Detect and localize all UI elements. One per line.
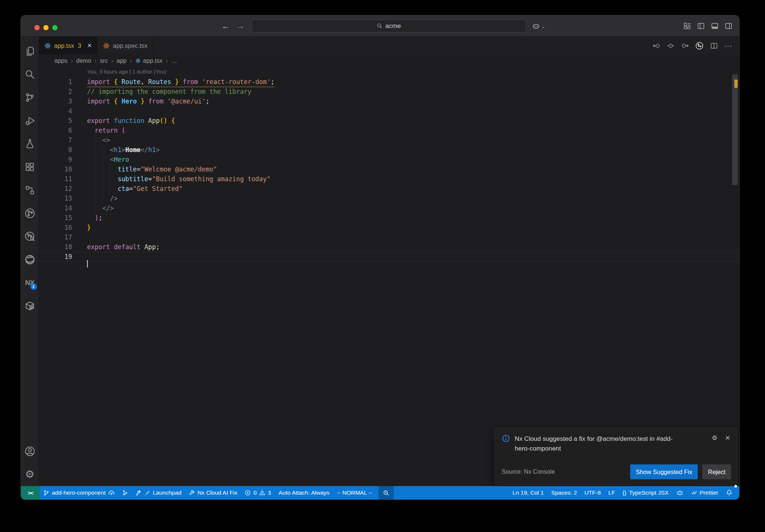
account-icon[interactable] [21, 440, 39, 463]
remote-indicator[interactable]: >< [21, 486, 40, 499]
line-number[interactable]: 3 [39, 96, 72, 106]
editor-scrollbar[interactable] [732, 74, 738, 185]
edge-devtools-icon[interactable] [21, 248, 39, 271]
auto-attach-item[interactable]: Auto Attach: Always [275, 486, 333, 499]
code-line[interactable]: 8 <h1>Home</h1> [39, 145, 739, 155]
line-number[interactable]: 10 [39, 164, 72, 174]
code-line[interactable]: 11 subtitle="Build something amazing tod… [39, 174, 739, 184]
code-line[interactable]: 16} [39, 223, 739, 232]
cursor-position-item[interactable]: Ln 19, Col 1 [509, 486, 548, 499]
breadcrumb-item[interactable]: src [100, 58, 108, 64]
next-change-icon[interactable] [681, 41, 689, 50]
gitlens-inspect-icon[interactable] [21, 225, 39, 248]
customize-layout-icon[interactable] [683, 22, 691, 30]
encoding-item[interactable]: UTF-8 [581, 486, 605, 499]
search-icon[interactable] [21, 63, 39, 86]
code-line[interactable]: 3import { Hero } from '@acme/ui'; [39, 96, 739, 106]
reject-button[interactable]: Reject [702, 464, 731, 479]
code-line[interactable]: 13 /> [39, 194, 739, 203]
breadcrumb-item[interactable]: demo [76, 58, 91, 64]
notifications-bell-item[interactable] [722, 486, 736, 499]
breadcrumb-file[interactable]: app.tsx [135, 58, 162, 64]
toggle-panel-icon[interactable] [711, 22, 719, 30]
toggle-secondary-sidebar-icon[interactable] [725, 22, 733, 30]
settings-gear-icon[interactable]: ⚙ [21, 463, 39, 486]
line-number[interactable]: 1 [39, 77, 72, 87]
code-line[interactable]: 1import { Route, Routes } from 'react-ro… [39, 77, 739, 87]
line-number[interactable]: 9 [39, 155, 72, 164]
eol-item[interactable]: LF [604, 486, 619, 499]
code-line[interactable]: 6 return ( [39, 126, 739, 135]
references-icon[interactable] [21, 179, 39, 202]
line-number[interactable]: 18 [39, 242, 72, 252]
tab-app-tsx[interactable]: app.tsx 3 ✕ [39, 37, 97, 55]
explorer-icon[interactable] [21, 40, 39, 63]
line-number[interactable]: 13 [39, 194, 72, 203]
line-number[interactable]: 19 [39, 252, 72, 262]
git-branch-item[interactable]: add-hero-component [40, 486, 118, 499]
breadcrumb-item[interactable]: apps [55, 58, 68, 64]
commit-graph-icon[interactable] [695, 41, 704, 50]
line-number[interactable]: 8 [39, 145, 72, 155]
line-number[interactable]: 5 [39, 116, 72, 126]
copilot-status-item[interactable] [672, 486, 687, 499]
code-line[interactable]: 5export function App() { [39, 116, 739, 126]
line-number[interactable]: 6 [39, 126, 72, 135]
line-number[interactable]: 4 [39, 106, 72, 116]
command-center-search[interactable]: acme [251, 19, 526, 33]
close-window-button[interactable] [34, 25, 40, 30]
problems-item[interactable]: 0 3 [241, 486, 275, 499]
nx-cloud-ai-fix-item[interactable]: Nx Cloud AI Fix [185, 486, 241, 499]
package-explorer-icon[interactable] [21, 294, 39, 318]
indentation-item[interactable]: Spaces: 2 [548, 486, 581, 499]
run-and-debug-icon[interactable] [21, 109, 39, 132]
line-number[interactable]: 15 [39, 213, 72, 223]
code-line[interactable]: 17 [39, 232, 739, 242]
code-line[interactable]: 7 <> [39, 135, 739, 145]
breadcrumb-item[interactable]: app [117, 58, 127, 64]
source-control-icon[interactable] [21, 86, 39, 109]
zoom-indicator-item[interactable] [378, 486, 394, 499]
split-editor-icon[interactable] [710, 41, 718, 50]
code-line[interactable]: 4 [39, 106, 739, 116]
close-tab-icon[interactable]: ✕ [87, 42, 92, 49]
code-line[interactable]: 15 ); [39, 213, 739, 223]
more-actions-icon[interactable]: ··· [724, 41, 733, 50]
code-line[interactable]: 19 [39, 252, 739, 262]
code-line[interactable]: 2// importing the component from the lib… [39, 87, 739, 96]
maximize-window-button[interactable] [52, 25, 58, 30]
commit-graph-item[interactable] [118, 486, 132, 499]
code-line[interactable]: 12 cta="Get Started" [39, 184, 739, 194]
code-editor[interactable]: You, 3 hours ago | 1 author (You) 1impor… [39, 67, 739, 486]
line-number[interactable]: 16 [39, 223, 72, 232]
line-number[interactable]: 12 [39, 184, 72, 194]
previous-change-icon[interactable] [652, 41, 661, 50]
code-line[interactable]: 14 </> [39, 203, 739, 213]
extensions-icon[interactable] [21, 155, 39, 179]
launchpad-item[interactable]: Launchpad [132, 486, 185, 499]
code-line[interactable]: 9 <Hero [39, 155, 739, 164]
nx-console-icon[interactable]: NX 1 [21, 271, 39, 294]
testing-icon[interactable] [21, 132, 39, 155]
vim-mode-item[interactable]: -- NORMAL -- [333, 486, 376, 499]
navigate-back-button[interactable]: ← [220, 21, 231, 32]
formatter-item[interactable]: ✓✓ Prettier [687, 486, 722, 499]
line-number[interactable]: 11 [39, 174, 72, 184]
line-number[interactable]: 14 [39, 203, 72, 213]
code-line[interactable]: 10 title="Welcmoe @acme/demo" [39, 164, 739, 174]
line-number[interactable]: 17 [39, 232, 72, 242]
gitlens-icon[interactable] [21, 202, 39, 225]
notification-settings-gear-icon[interactable]: ⚙ [712, 434, 718, 454]
language-mode-item[interactable]: {} TypeScript JSX [619, 486, 672, 499]
minimize-window-button[interactable] [43, 25, 49, 30]
notification-close-icon[interactable]: ✕ [725, 434, 730, 454]
breadcrumb-symbol-more[interactable]: … [171, 58, 177, 64]
navigate-forward-button[interactable]: → [235, 21, 246, 32]
tab-app-spec-tsx[interactable]: app.spec.tsx [97, 37, 153, 55]
code-line[interactable]: 18export default App; [39, 242, 739, 252]
toggle-primary-sidebar-icon[interactable] [697, 22, 705, 30]
line-number[interactable]: 2 [39, 87, 72, 96]
changes-icon[interactable] [666, 41, 675, 50]
copilot-menu-button[interactable]: ⌄ [532, 22, 545, 30]
line-number[interactable]: 7 [39, 135, 72, 145]
